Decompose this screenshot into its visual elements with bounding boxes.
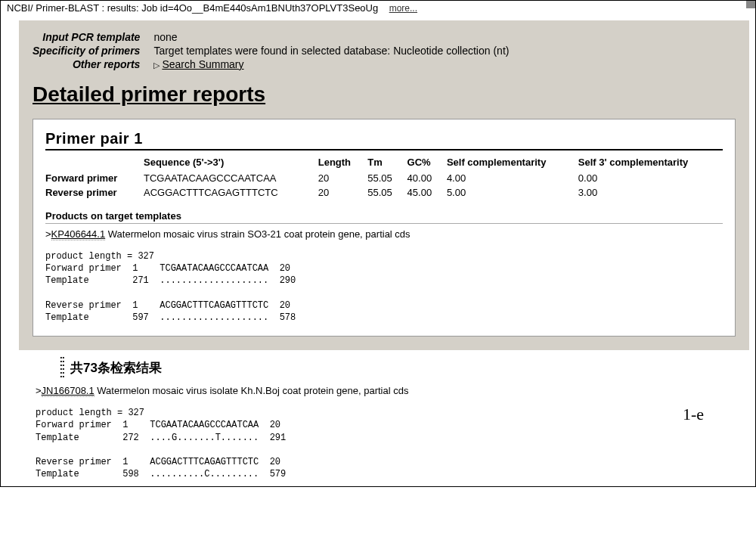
vertical-dots-icon: • •• •• •• •• •• • — [58, 356, 66, 379]
fwd-len: 20 — [318, 171, 368, 185]
hit2-description: Watermelon mosaic virus isolate Kh.N.Boj… — [94, 385, 409, 396]
more-link[interactable]: more... — [389, 3, 417, 14]
col-self3: Self 3' complementarity — [578, 155, 723, 171]
results-count: 共73条检索结果 — [70, 359, 162, 377]
rev-len: 20 — [318, 185, 368, 200]
rev-seq: ACGGACTTTCAGAGTTTCTC — [144, 185, 318, 200]
primer-report-card: Primer pair 1 Sequence (5'->3') Length T… — [33, 119, 736, 337]
primer-pair-title: Primer pair 1 — [45, 130, 723, 150]
fwd-selfc: 4.00 — [447, 171, 578, 185]
fwd-tm: 55.05 — [367, 171, 407, 185]
col-selfc: Self complementarity — [447, 155, 578, 171]
fwd-gc: 40.00 — [407, 171, 447, 185]
fwd-name: Forward primer — [45, 171, 144, 185]
hit1-accession-link[interactable]: KP406644.1 — [51, 228, 106, 240]
hit1-line: >KP406644.1 Watermelon mosaic virus stra… — [45, 228, 723, 240]
specificity-value: Target templates were found in selected … — [153, 45, 509, 58]
col-sequence: Sequence (5'->3') — [144, 155, 318, 171]
input-template-label: Input PCR template — [33, 31, 153, 45]
rev-gc: 45.00 — [407, 185, 447, 200]
products-heading: Products on target templates — [45, 210, 723, 224]
input-template-value: none — [153, 31, 509, 45]
rev-self3: 3.00 — [578, 185, 723, 200]
ellipsis-row: • •• •• •• •• •• • 共73条检索结果 — [58, 356, 749, 379]
rev-tm: 55.05 — [367, 185, 407, 200]
hit1-description: Watermelon mosaic virus strain SO3-21 co… — [105, 228, 410, 240]
summary-info: Input PCR template none Specificity of p… — [33, 31, 509, 72]
col-length: Length — [318, 155, 368, 171]
figure-label: 1-e — [683, 405, 704, 424]
page-title: Detailed primer reports — [33, 82, 736, 107]
hit1-alignment: product length = 327 Forward primer 1 TC… — [45, 250, 723, 324]
breadcrumb-bar: NCBI/ Primer-BLAST : results: Job id=4Oo… — [1, 1, 755, 17]
col-tm: Tm — [367, 155, 407, 171]
other-reports-value: ▷Search Summary — [153, 58, 509, 72]
lower-block: • •• •• •• •• •• • 共73条检索结果 >JN166708.1 … — [31, 356, 749, 480]
breadcrumb-text: NCBI/ Primer-BLAST : results: Job id=4Oo… — [7, 2, 378, 14]
rev-selfc: 5.00 — [447, 185, 578, 200]
hit2-accession-link[interactable]: JN166708.1 — [42, 385, 94, 397]
hit2-alignment: product length = 327 Forward primer 1 TC… — [36, 407, 749, 480]
table-header-row: Sequence (5'->3') Length Tm GC% Self com… — [45, 155, 723, 171]
results-panel: Input PCR template none Specificity of p… — [19, 20, 749, 350]
triangle-icon: ▷ — [153, 60, 160, 70]
other-reports-label: Other reports — [33, 58, 153, 72]
window-corner — [746, 1, 755, 8]
page-container: NCBI/ Primer-BLAST : results: Job id=4Oo… — [0, 0, 756, 487]
col-gc: GC% — [407, 155, 447, 171]
primer-table: Sequence (5'->3') Length Tm GC% Self com… — [45, 155, 723, 200]
forward-primer-row: Forward primer TCGAATACAAGCCCAATCAA 20 5… — [45, 171, 723, 185]
specificity-label: Specificity of primers — [33, 45, 153, 58]
hit2-line: >JN166708.1 Watermelon mosaic virus isol… — [36, 385, 749, 396]
fwd-self3: 0.00 — [578, 171, 723, 185]
rev-name: Reverse primer — [45, 185, 144, 200]
reverse-primer-row: Reverse primer ACGGACTTTCAGAGTTTCTC 20 5… — [45, 185, 723, 200]
search-summary-link[interactable]: Search Summary — [162, 58, 243, 70]
fwd-seq: TCGAATACAAGCCCAATCAA — [144, 171, 318, 185]
